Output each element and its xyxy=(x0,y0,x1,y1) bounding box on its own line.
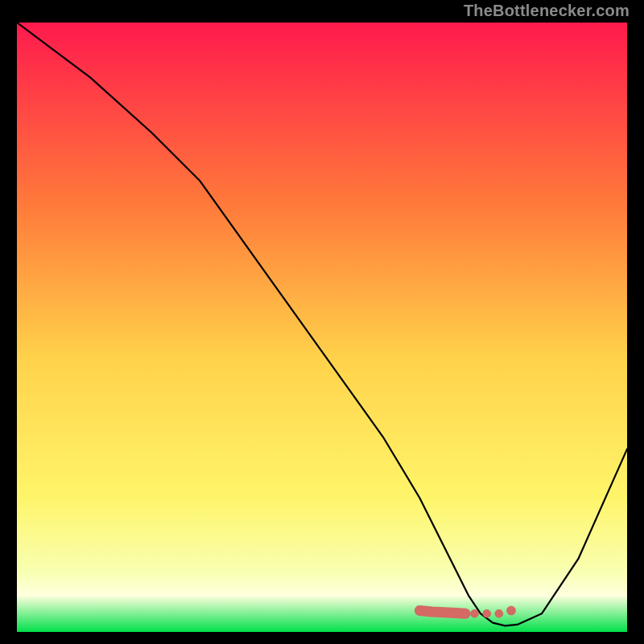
svg-point-1 xyxy=(483,609,491,617)
watermark-text: TheBottlenecker.com xyxy=(464,2,630,20)
svg-point-3 xyxy=(507,606,516,615)
plot-area xyxy=(17,23,627,632)
svg-point-2 xyxy=(495,609,503,617)
gradient-background xyxy=(17,23,627,632)
chart-svg xyxy=(17,23,627,632)
svg-point-0 xyxy=(471,609,479,617)
